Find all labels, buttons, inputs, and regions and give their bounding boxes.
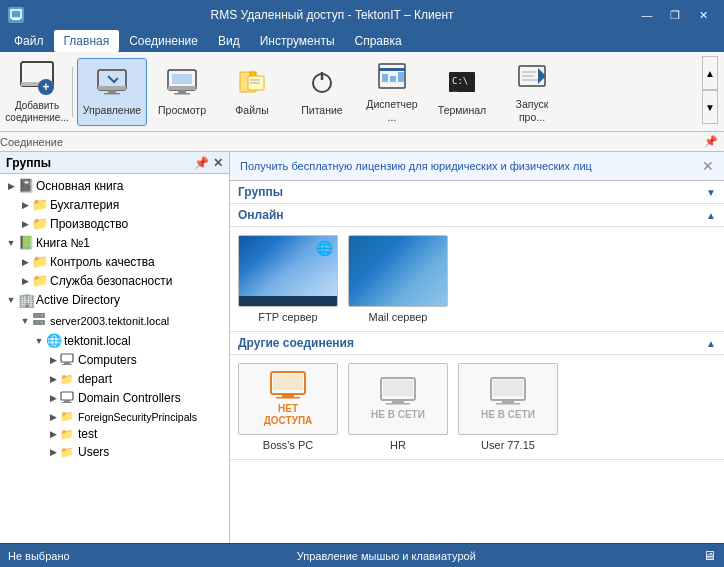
tree-item-test[interactable]: ▶ 📁 test xyxy=(0,425,229,443)
online-section-title: Онлайн xyxy=(238,208,706,222)
run-button[interactable]: Запуск про... xyxy=(497,58,567,126)
hr-status-text: НЕ В СЕТИ xyxy=(371,409,425,421)
tree-item-main-book[interactable]: ▶ 📓 Основная книга xyxy=(0,176,229,195)
monitor-icon xyxy=(490,377,526,405)
panel-close-icon[interactable]: ✕ xyxy=(213,156,223,170)
ad-banner-text: Получить бесплатную лицензию для юридиче… xyxy=(240,160,592,172)
menu-file[interactable]: Файл xyxy=(4,30,54,52)
connection-item-mail[interactable]: Mail сервер xyxy=(348,235,448,323)
expand-icon: ▶ xyxy=(46,429,60,439)
main-area: Группы 📌 ✕ ▶ 📓 Основная книга ▶ 📁 Бухгал… xyxy=(0,152,724,543)
groups-section-header[interactable]: Группы ▼ xyxy=(230,181,724,204)
tree-item-users[interactable]: ▶ 📁 Users xyxy=(0,443,229,461)
tree-item-depart[interactable]: ▶ 📁 depart xyxy=(0,370,229,388)
groups-section-arrow: ▼ xyxy=(706,187,716,198)
other-section-header[interactable]: Другие соединения ▲ xyxy=(230,332,724,355)
tree-item-production[interactable]: ▶ 📁 Производство xyxy=(0,214,229,233)
svg-rect-45 xyxy=(62,402,72,403)
toolbar-scroll-up[interactable]: ▲ xyxy=(702,56,718,90)
mail-server-name: Mail сервер xyxy=(369,311,428,323)
svg-rect-13 xyxy=(178,90,186,93)
menu-help[interactable]: Справка xyxy=(345,30,412,52)
tree-item-ad[interactable]: ▼ 🏢 Active Directory xyxy=(0,290,229,310)
pin-icon[interactable]: 📌 xyxy=(194,156,209,170)
tree-item-server[interactable]: ▼ server2003.tektonit.local xyxy=(0,310,229,331)
svg-rect-56 xyxy=(502,400,514,403)
tree-item-label: Книга №1 xyxy=(36,236,90,250)
expand-icon: ▶ xyxy=(46,355,60,365)
svg-rect-49 xyxy=(276,397,300,399)
expand-icon: ▶ xyxy=(18,276,32,286)
tree-item-security[interactable]: ▶ 📁 Служба безопасности xyxy=(0,271,229,290)
window-controls: — ❐ ✕ xyxy=(634,5,716,25)
tree-item-label: Active Directory xyxy=(36,293,120,307)
task-manager-button[interactable]: Диспетчер ... xyxy=(357,58,427,126)
tree-area: ▶ 📓 Основная книга ▶ 📁 Бухгалтерия ▶ 📁 П… xyxy=(0,174,229,543)
tree-item-accounting[interactable]: ▶ 📁 Бухгалтерия xyxy=(0,195,229,214)
power-button-label: Питание xyxy=(301,104,342,117)
menu-tools[interactable]: Инструменты xyxy=(250,30,345,52)
user7715-status-text: НЕ В СЕТИ xyxy=(481,409,535,421)
tree-item-computers[interactable]: ▶ Computers xyxy=(0,350,229,370)
svg-rect-44 xyxy=(64,400,70,402)
svg-rect-10 xyxy=(104,93,120,95)
tree-item-label: ForeignSecurityPrincipals xyxy=(78,411,197,423)
user7715-name: User 77.15 xyxy=(481,439,535,451)
tree-item-label: server2003.tektonit.local xyxy=(50,315,169,327)
folder-icon: 📁 xyxy=(60,428,76,441)
tree-item-fsp[interactable]: ▶ 📁 ForeignSecurityPrincipals xyxy=(0,408,229,425)
boss-thumb: НЕТДОСТУПА xyxy=(238,363,338,435)
tree-item-label: tektonit.local xyxy=(64,334,131,348)
folder-icon: 📁 xyxy=(32,216,48,231)
groups-panel-header: Группы 📌 ✕ xyxy=(0,152,229,174)
tree-item-domain-controllers[interactable]: ▶ Domain Controllers xyxy=(0,388,229,408)
task-button-label: Диспетчер ... xyxy=(362,98,422,123)
menu-home[interactable]: Главная xyxy=(54,30,120,52)
ad-banner-close-icon[interactable]: ✕ xyxy=(702,158,714,174)
menu-connection[interactable]: Соединение xyxy=(119,30,208,52)
tree-item-quality[interactable]: ▶ 📁 Контроль качества xyxy=(0,252,229,271)
connection-item-ftp[interactable]: 🌐 FTP сервер xyxy=(238,235,338,323)
expand-icon: ▶ xyxy=(18,200,32,210)
view-button-label: Просмотр xyxy=(158,104,206,117)
manage-button[interactable]: Управление xyxy=(77,58,147,126)
svg-rect-36 xyxy=(33,313,45,318)
ribbon-pin-icon[interactable]: 📌 xyxy=(704,135,718,148)
svg-rect-25 xyxy=(390,76,396,82)
tree-item-domain[interactable]: ▼ 🌐 tektonit.local xyxy=(0,331,229,350)
menu-view[interactable]: Вид xyxy=(208,30,250,52)
right-panel: Получить бесплатную лицензию для юридиче… xyxy=(230,152,724,543)
svg-rect-43 xyxy=(61,392,73,400)
tree-item-label: Служба безопасности xyxy=(50,274,172,288)
ribbon-label-bar: Соединение 📌 xyxy=(0,132,724,152)
view-button[interactable]: Просмотр xyxy=(147,58,217,126)
terminal-button[interactable]: C:\ _ Терминал xyxy=(427,58,497,126)
globe-overlay-icon: 🌐 xyxy=(316,240,333,256)
toolbar-scroll-down[interactable]: ▼ xyxy=(702,90,718,124)
dc-icon xyxy=(60,390,76,406)
tree-item-book1[interactable]: ▼ 📗 Книга №1 xyxy=(0,233,229,252)
close-button[interactable]: ✕ xyxy=(690,5,716,25)
expand-icon: ▼ xyxy=(4,295,18,305)
add-connection-button[interactable]: + Добавить соединение... xyxy=(6,58,68,126)
groups-section-title: Группы xyxy=(238,185,706,199)
other-item-user7715[interactable]: НЕ В СЕТИ User 77.15 xyxy=(458,363,558,451)
power-button[interactable]: Питание xyxy=(287,58,357,126)
ad-banner[interactable]: Получить бесплатную лицензию для юридиче… xyxy=(230,152,724,181)
app-icon xyxy=(8,7,24,23)
other-item-boss[interactable]: НЕТДОСТУПА Boss's PC xyxy=(238,363,338,451)
folder-icon: 📁 xyxy=(60,410,76,423)
online-section-header[interactable]: Онлайн ▲ xyxy=(230,204,724,227)
restore-button[interactable]: ❐ xyxy=(662,5,688,25)
online-section-arrow: ▲ xyxy=(706,210,716,221)
files-icon xyxy=(236,66,268,100)
files-button[interactable]: Файлы xyxy=(217,58,287,126)
minimize-button[interactable]: — xyxy=(634,5,660,25)
tree-item-label: test xyxy=(78,427,97,441)
svg-rect-57 xyxy=(496,403,520,405)
hr-thumb: НЕ В СЕТИ xyxy=(348,363,448,435)
svg-point-38 xyxy=(41,315,43,317)
tree-item-label: Производство xyxy=(50,217,128,231)
svg-rect-9 xyxy=(108,90,116,93)
other-item-hr[interactable]: НЕ В СЕТИ HR xyxy=(348,363,448,451)
